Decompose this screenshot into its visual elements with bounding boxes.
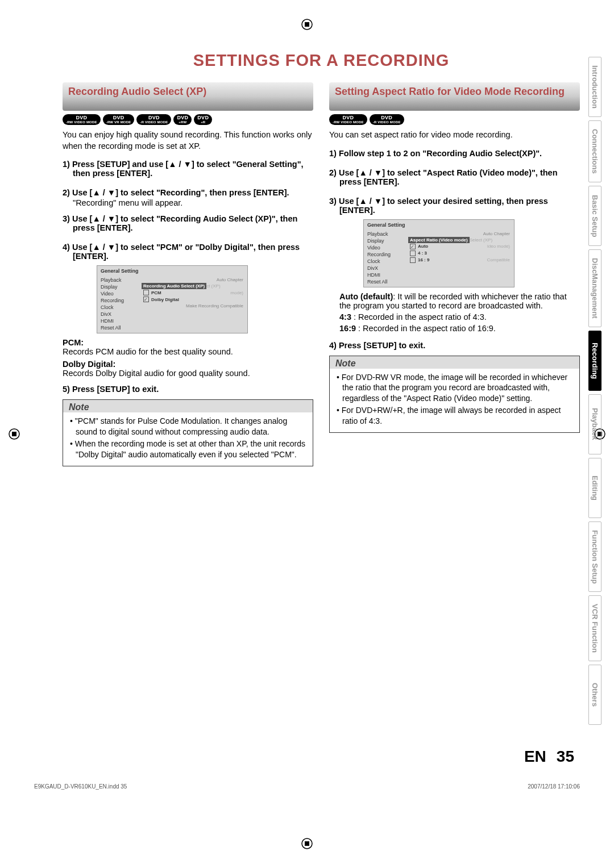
step-3: 3) Use [▲ / ▼] to select "Recording Audi… <box>63 214 313 232</box>
intro-text: You can enjoy high quality sound recordi… <box>63 130 313 152</box>
note-bullet: • When the recording mode is set at othe… <box>69 439 307 460</box>
step-4: 4) Press [SETUP] to exit. <box>329 341 580 350</box>
dvd-badge: DVD-RW VR MODE <box>103 114 135 125</box>
note-box-right: Note • For DVD-RW VR mode, the image wil… <box>329 356 580 433</box>
tab-function-setup[interactable]: Function Setup <box>588 521 601 592</box>
intro-text: You can set aspect ratio for video mode … <box>329 130 580 141</box>
dvd-badge: DVD+RW <box>173 114 192 125</box>
tab-introduction[interactable]: Introduction <box>588 57 601 117</box>
note-bullet: • For DVD-RW VR mode, the image will be … <box>335 372 574 404</box>
dvd-badge: DVD-R VIDEO MODE <box>136 114 171 125</box>
note-bullet: • For DVD+RW/+R, the image will always b… <box>335 405 574 427</box>
step-1: 1) Press [SETUP] and use [▲ / ▼] to sele… <box>63 160 313 178</box>
osd-menu: Playback Display Video Recording Clock D… <box>98 276 140 332</box>
pcm-label: PCM: <box>63 338 313 347</box>
tab-vcr-function[interactable]: VCR Function <box>588 595 601 661</box>
note-box-left: Note • "PCM" stands for Pulse Code Modul… <box>63 399 313 466</box>
step-1: 1) Follow step 1 to 2 on "Recording Audi… <box>329 149 580 158</box>
osd-screenshot-aspect: General Setting Playback Display Video R… <box>363 219 515 287</box>
step-5: 5) Press [SETUP] to exit. <box>63 385 313 394</box>
dolby-label: Dolby Digital: <box>63 360 313 369</box>
dvd-badge: DVD-R VIDEO MODE <box>370 114 404 125</box>
dvd-badge: DVD+R <box>194 114 212 125</box>
dvd-badge: DVD-RW VIDEO MODE <box>63 114 101 125</box>
format-badges: DVD-RW VIDEO MODE DVD-RW VR MODE DVD-R V… <box>63 114 313 125</box>
svg-rect-3 <box>305 841 309 846</box>
tab-connections[interactable]: Connections <box>588 120 601 182</box>
step-2: 2) Use [▲ / ▼] to select "Aspect Ratio (… <box>329 168 580 186</box>
section-header-aspect: Setting Aspect Ratio for Video Mode Reco… <box>329 82 580 111</box>
footer-timestamp: 2007/12/18 17:10:06 <box>528 783 580 790</box>
tab-playback[interactable]: Playback <box>588 394 601 454</box>
page-number: EN35 <box>524 748 574 766</box>
tab-others[interactable]: Others <box>588 665 601 725</box>
osd-screenshot-audio: General Setting Playback Display Video R… <box>97 265 248 333</box>
side-tabs: Introduction Connections Basic Setup Man… <box>588 57 601 725</box>
footer-filename: E9KGAUD_D-VR610KU_EN.indd 35 <box>34 783 127 790</box>
left-column: Recording Audio Select (XP) DVD-RW VIDEO… <box>63 82 313 472</box>
note-bullet: • "PCM" stands for Pulse Code Modulation… <box>69 416 307 437</box>
section-title: Recording Audio Select (XP) <box>68 86 206 98</box>
osd-menu: Playback Display Video Recording Clock D… <box>365 230 407 286</box>
desc-43: 4:3 : Recorded in the aspect ratio of 4:… <box>329 312 580 322</box>
page-title: SETTINGS FOR A RECORDING <box>63 51 580 70</box>
section-header-audio: Recording Audio Select (XP) <box>63 82 313 111</box>
step-2: 2) Use [▲ / ▼] to select "Recording", th… <box>63 188 313 197</box>
tab-basic-setup[interactable]: Basic Setup <box>588 186 601 246</box>
step-4: 4) Use [▲ / ▼] to select "PCM" or "Dolby… <box>63 243 313 261</box>
tab-disc-management[interactable]: Management Disc <box>588 249 601 327</box>
crop-mark-icon <box>301 837 313 850</box>
dvd-badge: DVD-RW VIDEO MODE <box>329 114 367 125</box>
section-title: Setting Aspect Ratio for Video Mode Reco… <box>335 86 565 98</box>
tab-editing[interactable]: Editing <box>588 458 601 518</box>
step-2-sub: "Recording" menu will appear. <box>73 198 313 207</box>
pcm-text: Records PCM audio for the best quality s… <box>63 347 313 356</box>
format-badges: DVD-RW VIDEO MODE DVD-R VIDEO MODE <box>329 114 580 125</box>
desc-auto: Auto (default): It will be recorded with… <box>329 292 580 310</box>
dolby-text: Records Dolby Digital audio for good qua… <box>63 369 313 378</box>
desc-169: 16:9 : Recorded in the aspect ratio of 1… <box>329 324 580 333</box>
right-column: Setting Aspect Ratio for Video Mode Reco… <box>329 82 580 472</box>
tab-recording[interactable]: Recording <box>588 331 601 391</box>
step-3: 3) Use [▲ / ▼] to select your desired se… <box>329 197 580 215</box>
